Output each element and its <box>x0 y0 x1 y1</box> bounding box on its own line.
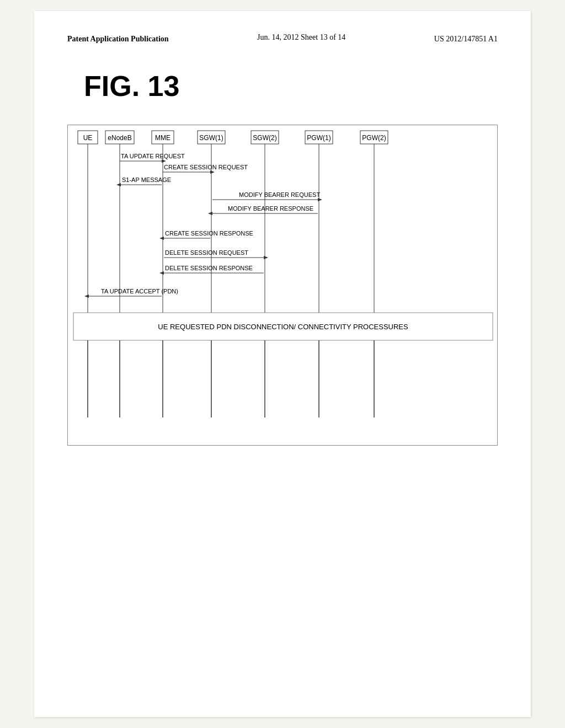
entity-sgw2: SGW(2) <box>253 134 276 142</box>
svg-marker-27 <box>264 256 268 259</box>
entity-mme: MME <box>155 134 170 142</box>
page: Patent Application Publication Jun. 14, … <box>34 11 531 717</box>
patent-number-label: US 2012/147851 A1 <box>434 35 498 43</box>
date-sheet-label: Jun. 14, 2012 Sheet 13 of 14 <box>257 33 345 41</box>
entity-ue: UE <box>83 134 93 142</box>
msg-create-session-resp: CREATE SESSION RESPONSE <box>165 230 253 237</box>
note-text: UE REQUESTED PDN DISCONNECTION/ CONNECTI… <box>158 323 408 331</box>
msg-modify-bearer-resp: MODIFY BEARER RESPONSE <box>228 205 313 212</box>
msg-create-session-req: CREATE SESSION REQUEST <box>164 164 248 170</box>
svg-marker-25 <box>159 237 164 240</box>
svg-marker-31 <box>84 295 89 298</box>
svg-marker-29 <box>159 271 164 275</box>
svg-marker-23 <box>208 212 212 215</box>
svg-marker-15 <box>162 159 166 163</box>
header-center: Jun. 14, 2012 Sheet 13 of 14 <box>257 33 345 42</box>
entity-pgw2: PGW(2) <box>362 134 386 142</box>
svg-marker-21 <box>318 198 322 201</box>
figure-title: FIG. 13 <box>84 69 498 103</box>
msg-ta-update-accept: TA UPDATE ACCEPT (PDN) <box>101 288 178 295</box>
msg-s1ap: S1-AP MESSAGE <box>122 176 171 183</box>
msg-delete-session-resp: DELETE SESSION RESPONSE <box>165 265 253 271</box>
msg-ta-update-req: TA UPDATE REQUEST <box>121 153 185 159</box>
svg-marker-19 <box>116 183 121 186</box>
msg-modify-bearer-req: MODIFY BEARER REQUEST <box>239 191 320 198</box>
sequence-diagram: UE eNodeB MME SGW(1) SGW(2) PGW(1) PGW(2… <box>67 125 498 446</box>
page-header: Patent Application Publication Jun. 14, … <box>67 33 498 47</box>
entity-pgw1: PGW(1) <box>307 134 331 142</box>
svg-marker-17 <box>210 170 215 174</box>
entity-sgw1: SGW(1) <box>199 134 223 142</box>
publication-label: Patent Application Publication <box>67 35 169 43</box>
msg-delete-session-req: DELETE SESSION REQUEST <box>165 249 248 256</box>
entity-enodeb: eNodeB <box>108 134 131 142</box>
sequence-svg: UE eNodeB MME SGW(1) SGW(2) PGW(1) PGW(2… <box>68 125 498 445</box>
header-right: US 2012/147851 A1 <box>434 33 498 45</box>
header-left: Patent Application Publication <box>67 33 169 45</box>
